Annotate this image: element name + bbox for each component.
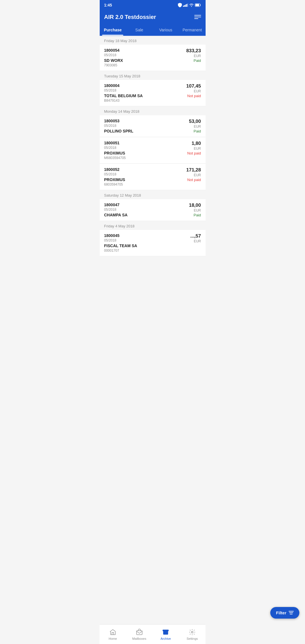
status-time: 1:45 — [104, 3, 112, 7]
item-currency: EUR — [194, 239, 201, 243]
tab-permanent[interactable]: Permanent — [179, 25, 206, 36]
svg-rect-1 — [184, 5, 185, 7]
status-icons — [178, 3, 201, 7]
item-status: Paid — [193, 58, 201, 63]
tab-various[interactable]: Various — [152, 25, 179, 36]
item-amount: ...,57 — [190, 233, 201, 239]
item-period: 05/2018 — [104, 124, 176, 128]
list-item[interactable]: 1800047 05/2018 CHAMPA SA 18,00 EUR Paid — [100, 199, 206, 221]
item-currency: EUR — [194, 89, 201, 93]
tab-sale[interactable]: Sale — [126, 25, 152, 36]
item-name: PROXIMUS — [104, 177, 176, 182]
item-name: FISCAL TEAM SA — [104, 243, 176, 248]
item-amount: 171,28 — [186, 167, 201, 173]
svg-rect-6 — [195, 4, 199, 6]
item-ref: B8479143 — [104, 99, 176, 103]
shield-icon — [178, 3, 182, 7]
date-header-1: Friday 18 May 2018 — [100, 36, 206, 45]
wifi-icon — [189, 3, 194, 7]
item-name: POLLINO SPRL — [104, 129, 176, 133]
status-bar: 1:45 — [100, 0, 206, 10]
item-period: 05/2018 — [104, 53, 176, 57]
item-id: 1800054 — [104, 48, 176, 53]
item-period: 05/2018 — [104, 88, 176, 92]
item-amount: 107,45 — [186, 83, 201, 89]
item-ref: M6803594705 — [104, 156, 176, 160]
app-title: AIR 2.0 Testdossier — [104, 14, 156, 20]
item-id: 1800004 — [104, 83, 176, 88]
item-name: CHAMPA SA — [104, 213, 176, 217]
svg-rect-0 — [183, 6, 184, 7]
list-item[interactable]: 1800004 05/2018 TOTAL BELGIUM SA B847914… — [100, 80, 206, 106]
item-id: 1800053 — [104, 119, 176, 123]
item-amount: 833,23 — [186, 48, 201, 54]
item-period: 05/2018 — [104, 238, 176, 242]
item-amount: 53,00 — [189, 119, 201, 124]
list-item[interactable]: 1800045 05/2018 FISCAL TEAM SA 00001707 … — [100, 230, 206, 256]
item-period: 05/2018 — [104, 208, 176, 212]
list-item[interactable]: 1800051 05/2018 PROXIMUS M6803594705 1,8… — [100, 137, 206, 164]
item-name: PROXIMUS — [104, 151, 176, 155]
svg-rect-3 — [186, 4, 187, 7]
list-item[interactable]: 1800054 05/2018 SD WORX 7903085 833,23 E… — [100, 45, 206, 71]
date-header-2: Tuesday 15 May 2018 — [100, 71, 206, 80]
item-status: Paid — [193, 129, 201, 133]
item-currency: EUR — [194, 208, 201, 212]
tab-bar: Purchase Sale Various Permanent — [100, 25, 206, 36]
menu-dropdown-button[interactable] — [194, 14, 201, 20]
item-currency: EUR — [194, 147, 201, 151]
item-ref: 7903085 — [104, 63, 176, 67]
item-currency: EUR — [194, 173, 201, 177]
item-status: Paid — [193, 213, 201, 217]
date-header-3: Monday 14 May 2018 — [100, 106, 206, 115]
list-item[interactable]: 1800053 05/2018 POLLINO SPRL 53,00 EUR P… — [100, 115, 206, 137]
item-amount: 1,80 — [191, 141, 201, 146]
svg-rect-4 — [188, 3, 188, 7]
item-name: SD WORX — [104, 58, 176, 63]
item-amount: 18,00 — [189, 203, 201, 208]
date-header-5: Friday 4 May 2018 — [100, 221, 206, 230]
item-ref: 00001707 — [104, 249, 176, 253]
item-currency: EUR — [194, 54, 201, 58]
item-period: 05/2018 — [104, 146, 176, 150]
list-item[interactable]: 1800052 05/2018 PROXIMUS 6803594705 171,… — [100, 164, 206, 190]
item-id: 1800051 — [104, 141, 176, 145]
item-status: Not paid — [187, 178, 201, 182]
item-period: 05/2018 — [104, 172, 176, 176]
item-id: 1800045 — [104, 233, 176, 238]
date-header-4: Saturday 12 May 2018 — [100, 190, 206, 199]
item-ref: 6803594705 — [104, 182, 176, 186]
item-status: Not paid — [187, 94, 201, 98]
item-name: TOTAL BELGIUM SA — [104, 93, 176, 98]
tab-purchase[interactable]: Purchase — [100, 25, 126, 36]
svg-rect-2 — [185, 5, 186, 7]
item-currency: EUR — [194, 125, 201, 129]
battery-icon — [195, 3, 201, 7]
item-id: 1800047 — [104, 203, 176, 207]
item-id: 1800052 — [104, 167, 176, 172]
signal-icon — [183, 3, 188, 7]
transaction-list: Friday 18 May 2018 1800054 05/2018 SD WO… — [100, 36, 206, 279]
header: AIR 2.0 Testdossier — [100, 10, 206, 25]
item-status: Not paid — [187, 151, 201, 155]
